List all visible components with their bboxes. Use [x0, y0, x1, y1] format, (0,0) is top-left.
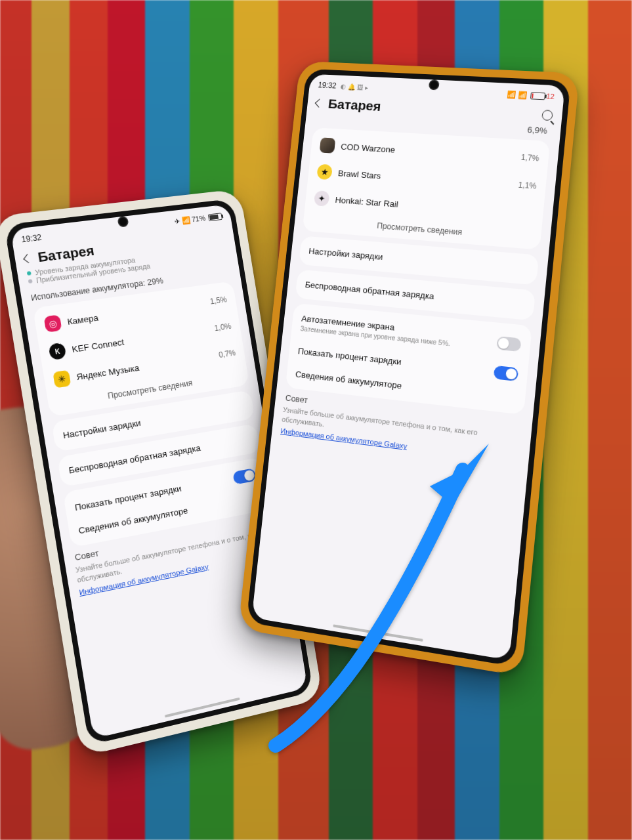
- back-icon[interactable]: [315, 99, 324, 108]
- gesture-bar[interactable]: [165, 698, 240, 718]
- back-icon[interactable]: [23, 254, 32, 263]
- app-icon: ★: [316, 164, 333, 180]
- app-icon: ◎: [43, 314, 62, 333]
- status-right-icons: 📶 📶: [506, 90, 527, 99]
- search-icon[interactable]: [541, 110, 553, 121]
- row-label: Беспроводная обратная зарядка: [305, 280, 525, 310]
- row-label: Настройки зарядки: [308, 246, 529, 274]
- battery-icon: [530, 92, 545, 100]
- app-icon: [320, 137, 336, 153]
- app-usage-pct: 1,7%: [520, 153, 539, 163]
- clock: 19:32: [21, 233, 43, 245]
- battery-pct-text: 12: [546, 92, 555, 100]
- phone-right-bezel: 19:32 ◐ 🔔 🖼 ▸ 📶 📶 12 Батарея 6,9%: [246, 69, 571, 667]
- legend-dot-level: [27, 271, 32, 276]
- status-icons: ✈ 📶: [174, 215, 192, 226]
- app-icon: ✦: [314, 190, 330, 207]
- auto-dim-toggle[interactable]: [496, 336, 522, 352]
- app-usage-pct: 1,5%: [209, 295, 228, 306]
- phone-right-display: 19:32 ◐ 🔔 🖼 ▸ 📶 📶 12 Батарея 6,9%: [252, 74, 565, 660]
- legend-dot-approx: [28, 279, 33, 284]
- app-usage-pct: 1,1%: [518, 180, 537, 191]
- status-left-icons: ◐ 🔔 🖼 ▸: [341, 83, 369, 91]
- app-usage-card: COD Warzone1,7%★Brawl Stars1,1%✦Honkai: …: [303, 127, 551, 249]
- app-icon: ✳: [53, 370, 71, 388]
- clock: 19:32: [318, 81, 337, 91]
- app-name: COD Warzone: [341, 142, 515, 162]
- app-usage-pct: 0,7%: [218, 348, 236, 360]
- show-percent-toggle[interactable]: [232, 468, 257, 484]
- gesture-bar[interactable]: [333, 624, 423, 642]
- app-icon: K: [48, 343, 66, 361]
- show-percent-toggle[interactable]: [494, 365, 519, 381]
- app-usage-pct: 1,0%: [214, 322, 232, 333]
- page-title: Батарея: [327, 96, 382, 114]
- battery-icon: [208, 213, 222, 221]
- battery-pct-text: 71%: [191, 214, 206, 223]
- app-name: Brawl Stars: [337, 168, 512, 190]
- phone-right: 19:32 ◐ 🔔 🖼 ▸ 📶 📶 12 Батарея 6,9%: [238, 61, 579, 677]
